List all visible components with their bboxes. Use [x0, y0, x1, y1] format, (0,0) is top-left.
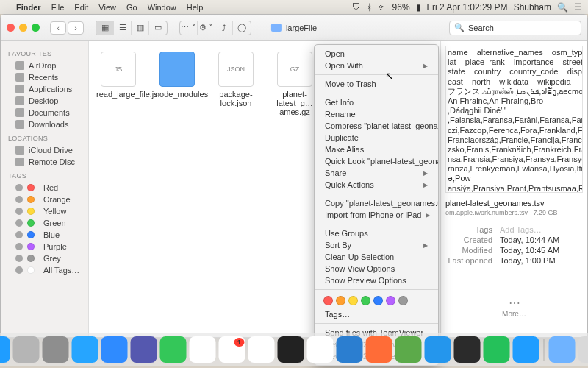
- context-menu-item[interactable]: Share: [315, 167, 438, 179]
- close-button[interactable]: [7, 24, 15, 32]
- menu-edit[interactable]: Edit: [74, 3, 88, 12]
- dock-launchpad[interactable]: [13, 336, 40, 363]
- spotlight-icon[interactable]: 🔍: [557, 2, 568, 13]
- wifi-icon[interactable]: ᯤ: [378, 2, 387, 13]
- context-menu-item[interactable]: Move to Trash: [315, 78, 438, 90]
- dock-safari[interactable]: [72, 336, 98, 363]
- dock-teams[interactable]: [131, 336, 157, 363]
- sidebar-item-red[interactable]: Red: [1, 182, 88, 194]
- sidebar-item-remote-disc[interactable]: Remote Disc: [1, 156, 88, 168]
- bluetooth-icon[interactable]: ᚼ: [367, 2, 372, 13]
- preview-more[interactable]: More…: [445, 296, 583, 318]
- dock-terminal[interactable]: [278, 336, 304, 363]
- context-menu: OpenOpen WithMove to TrashGet InfoRename…: [314, 44, 439, 366]
- context-menu-item[interactable]: Get Info: [315, 96, 438, 108]
- menu-file[interactable]: File: [51, 3, 65, 12]
- sidebar-item-icloud-drive[interactable]: iCloud Drive: [1, 144, 88, 156]
- file-label: node_modules: [155, 90, 208, 99]
- sidebar-item-blue[interactable]: Blue: [1, 229, 88, 241]
- share-button[interactable]: ⤴: [215, 21, 233, 35]
- preview-filetype: om.apple.iwork.numbers.tsv · 7.29 GB: [445, 209, 583, 216]
- sidebar-item-purple[interactable]: Purple: [1, 241, 88, 252]
- dock-robo3t[interactable]: [395, 336, 422, 363]
- dock-settings[interactable]: [43, 336, 69, 363]
- context-menu-item[interactable]: Clean Up Selection: [315, 251, 438, 263]
- search-field[interactable]: 🔍Search: [449, 21, 581, 35]
- context-menu-item[interactable]: Copy "planet-latest_geonames.tsv": [315, 197, 438, 209]
- dock-messages[interactable]: [160, 336, 187, 363]
- dock-slack[interactable]: [307, 336, 334, 363]
- back-button[interactable]: ‹: [50, 21, 66, 35]
- context-menu-item[interactable]: Open: [315, 48, 438, 60]
- sidebar-item-orange[interactable]: Orange: [1, 194, 88, 205]
- context-menu-item[interactable]: Make Alias: [315, 144, 438, 155]
- context-menu-item[interactable]: Sort By: [315, 239, 438, 251]
- file-item[interactable]: JSONpackage-lock.json: [214, 52, 258, 107]
- dock-calendar[interactable]: 1: [219, 336, 245, 363]
- minimize-button[interactable]: [19, 24, 27, 32]
- gallery-view[interactable]: ▭: [149, 21, 167, 35]
- context-menu-item[interactable]: Rename: [315, 108, 438, 120]
- context-menu-item[interactable]: Show Preview Options: [315, 275, 438, 286]
- menu-window[interactable]: Window: [148, 3, 176, 12]
- icon-view[interactable]: ▦: [96, 21, 114, 35]
- dock-docker[interactable]: [425, 336, 451, 363]
- tags-button[interactable]: ◯: [233, 21, 251, 35]
- context-menu-item[interactable]: Import from iPhone or iPad: [315, 209, 438, 221]
- dock-numbers[interactable]: [484, 336, 510, 363]
- context-menu-item[interactable]: Tags…: [315, 308, 438, 320]
- menu-view[interactable]: View: [98, 3, 116, 12]
- zoom-button[interactable]: [32, 24, 40, 32]
- preview-metadata: TagsAdd Tags…CreatedToday, 10:44 AMModif…: [445, 224, 583, 266]
- dock-appstore[interactable]: [513, 336, 539, 363]
- dock-vscode[interactable]: [337, 336, 363, 363]
- dock-chrome[interactable]: [248, 336, 275, 363]
- user-name[interactable]: Shubham: [514, 2, 551, 13]
- dock-mail[interactable]: [101, 336, 128, 363]
- sidebar-item-desktop[interactable]: Desktop: [1, 95, 88, 107]
- clock[interactable]: Fri 2 Apr 1:02:29 PM: [427, 2, 508, 13]
- action-menu[interactable]: ⚙ ˅: [198, 21, 215, 35]
- notification-center-icon[interactable]: ☰: [574, 2, 582, 13]
- column-view[interactable]: ▥: [132, 21, 149, 35]
- list-view[interactable]: ☰: [114, 21, 132, 35]
- menu-go[interactable]: Go: [126, 3, 137, 12]
- sidebar-item-airdrop[interactable]: AirDrop: [1, 60, 88, 71]
- context-menu-item[interactable]: Show View Options: [315, 263, 438, 275]
- app-name[interactable]: Finder: [16, 3, 41, 12]
- file-icon: JS: [101, 52, 136, 87]
- dock-postman[interactable]: [366, 336, 392, 363]
- search-icon: 🔍: [454, 23, 465, 32]
- sidebar-item-yellow[interactable]: Yellow: [1, 205, 88, 217]
- dock-finder[interactable]: [0, 336, 10, 363]
- sidebar-item-applications[interactable]: Applications: [1, 83, 88, 95]
- group-by[interactable]: ⋯ ˅: [180, 21, 198, 35]
- shield-icon[interactable]: ⛉: [352, 2, 361, 13]
- context-menu-item[interactable]: Open With: [315, 60, 438, 71]
- context-menu-item[interactable]: Compress "planet-latest_geonames.tsv": [315, 120, 438, 132]
- file-item[interactable]: JSread_large_file.js: [96, 52, 140, 99]
- context-menu-tags[interactable]: [315, 293, 438, 308]
- file-item[interactable]: GZplanet-latest_g…ames.gz: [273, 52, 317, 116]
- titlebar: ‹ › ▦ ☰ ▥ ▭ ⋯ ˅⚙ ˅⤴◯ largeFile 🔍Search: [1, 15, 587, 41]
- menu-help[interactable]: Help: [187, 3, 204, 12]
- dock-trash[interactable]: [578, 336, 589, 363]
- sidebar-item-all-tags-[interactable]: All Tags…: [1, 264, 88, 276]
- sidebar-item-downloads[interactable]: Downloads: [1, 118, 88, 130]
- sidebar-item-green[interactable]: Green: [1, 217, 88, 229]
- view-switcher[interactable]: ▦ ☰ ▥ ▭: [96, 21, 168, 35]
- context-menu-item[interactable]: Quick Look "planet-latest_geonames.tsv": [315, 155, 438, 167]
- sidebar-item-grey[interactable]: Grey: [1, 252, 88, 264]
- context-menu-item[interactable]: Use Groups: [315, 227, 438, 239]
- dock-iterm[interactable]: [454, 336, 481, 363]
- context-menu-item[interactable]: Duplicate: [315, 132, 438, 144]
- sidebar-item-recents[interactable]: Recents: [1, 71, 88, 83]
- forward-button[interactable]: ›: [68, 21, 84, 35]
- battery-icon: ▮: [416, 2, 421, 13]
- file-item[interactable]: node_modules: [155, 52, 199, 99]
- context-menu-item[interactable]: Quick Actions: [315, 179, 438, 191]
- sidebar-item-documents[interactable]: Documents: [1, 107, 88, 118]
- dock-folder[interactable]: [549, 336, 576, 363]
- preview-pane: name alternative_names osm_type osm_id c…: [440, 41, 587, 337]
- dock-photos[interactable]: [190, 336, 216, 363]
